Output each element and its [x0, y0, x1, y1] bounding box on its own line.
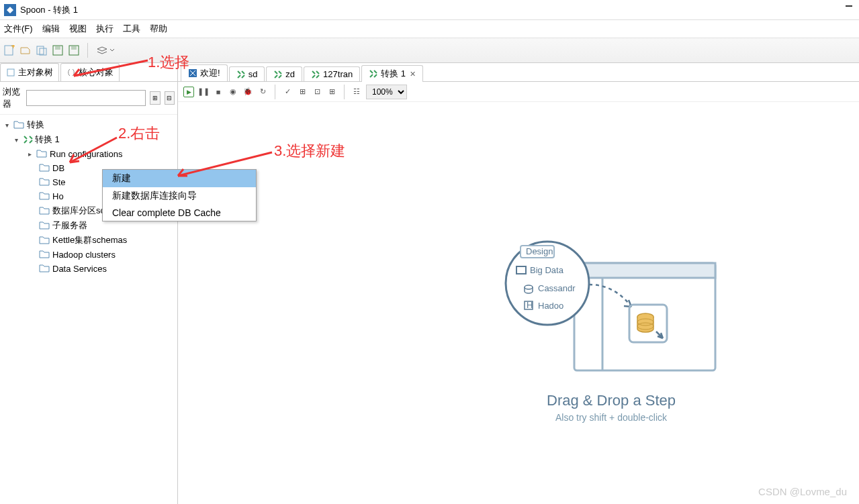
close-icon[interactable]: ✕ — [410, 70, 416, 79]
left-panel-tabs: 主对象树 核心对象 — [0, 63, 177, 82]
tab-welcome[interactable]: 欢迎! — [181, 64, 228, 81]
trans-tab-icon — [311, 70, 320, 79]
pause-icon[interactable]: ❚❚ — [198, 87, 209, 97]
minimize-icon[interactable] — [846, 5, 852, 7]
tab-zd-label: zd — [285, 69, 295, 79]
content-area: 主对象树 核心对象 浏览器 ⊞ ⊟ ▾ 转换 ▾ — [0, 63, 859, 504]
caret-right-icon[interactable]: ▸ — [26, 150, 34, 158]
collapse-all-icon[interactable]: ⊟ — [165, 91, 175, 105]
sql-icon[interactable]: ⊡ — [312, 87, 322, 97]
illu-subtitle: Also try shift + double-click — [440, 412, 782, 423]
caret-down-icon[interactable]: ▾ — [3, 121, 11, 129]
menubar: 文件(F) 编辑 视图 执行 工具 帮助 — [0, 20, 859, 38]
main-toolbar: + — [0, 38, 859, 63]
tree-hadoop-label: Hadoop clusters — [52, 250, 116, 260]
menu-file[interactable]: 文件(F) — [4, 23, 33, 35]
tab-main-tree[interactable]: 主对象树 — [0, 63, 59, 81]
tab-127tran-label: 127tran — [323, 69, 353, 79]
preview-icon[interactable]: ◉ — [228, 87, 238, 97]
menu-help[interactable]: 帮助 — [150, 23, 167, 35]
tree-cluster[interactable]: Kettle集群schemas — [0, 233, 177, 248]
explore-db-icon[interactable]: ⊞ — [326, 87, 337, 97]
svg-rect-2 — [37, 46, 44, 54]
tree-trans1-label: 转换 1 — [35, 134, 60, 146]
folder-icon — [39, 177, 50, 188]
tree-runconfig-label: Run configurations — [50, 149, 122, 159]
illu-title: Drag & Drop a Step — [440, 392, 782, 409]
trans-tab-icon — [236, 70, 246, 79]
tab-core-objects-label: 核心对象 — [79, 66, 114, 79]
tree-root[interactable]: ▾ 转换 — [0, 117, 177, 132]
app-icon — [4, 4, 16, 16]
impact-icon[interactable]: ⊞ — [297, 87, 308, 97]
tree-cluster-label: Kettle集群schemas — [52, 234, 127, 246]
tab-core-objects[interactable]: 核心对象 — [60, 63, 120, 81]
tree-slave-label: 子服务器 — [52, 219, 87, 232]
tab-zd[interactable]: zd — [266, 66, 302, 81]
context-clearcache[interactable]: Clear complete DB Cache — [103, 205, 256, 221]
folder-icon — [39, 249, 50, 260]
new-icon[interactable]: + — [4, 45, 15, 56]
stop-icon[interactable]: ■ — [213, 87, 224, 97]
menu-run[interactable]: 执行 — [96, 23, 114, 35]
tree-hadoop[interactable]: Hadoop clusters — [0, 248, 177, 262]
trans-tab-icon — [273, 70, 283, 79]
search-input[interactable] — [26, 90, 146, 106]
tree-root-label: 转换 — [27, 119, 44, 131]
svg-rect-8 — [7, 69, 14, 76]
transformation-icon — [23, 135, 32, 144]
svg-text:Design: Design — [526, 246, 553, 256]
perspective-icon[interactable] — [96, 45, 115, 56]
expand-all-icon[interactable]: ⊞ — [150, 91, 160, 105]
canvas-toolbar: ▶ ❚❚ ■ ◉ 🐞 ↻ ✓ ⊞ ⊡ ⊞ ☷ 100% — [178, 82, 859, 102]
svg-text:Hadoo: Hadoo — [538, 301, 563, 311]
window-title: Spoon - 转换 1 — [20, 4, 78, 16]
folder-icon — [39, 162, 50, 174]
explore-icon[interactable] — [36, 45, 47, 56]
saveas-icon[interactable] — [69, 45, 79, 56]
menu-tools[interactable]: 工具 — [123, 23, 140, 35]
tab-127tran[interactable]: 127tran — [304, 66, 360, 81]
toolbar-sep — [87, 43, 88, 58]
tab-trans1-label: 转换 1 — [381, 68, 406, 80]
folder-icon — [36, 148, 47, 160]
right-panel: 欢迎! sd zd 127tran 转换 1 ✕ ▶ ❚❚ ■ — [178, 63, 859, 504]
svg-text:Cassandr: Cassandr — [538, 283, 576, 293]
context-wizard[interactable]: 新建数据库连接向导 — [103, 187, 256, 205]
canvas-area[interactable]: Design Big Data Cassandr H Hadoo — [178, 102, 859, 504]
browser-row: 浏览器 ⊞ ⊟ — [0, 82, 177, 115]
context-new[interactable]: 新建 — [103, 170, 256, 187]
tree-dataservices[interactable]: Data Services — [0, 262, 177, 276]
tab-sd[interactable]: sd — [229, 66, 265, 81]
open-icon[interactable] — [20, 45, 31, 56]
toolbar-sep — [344, 85, 345, 99]
svg-text:H: H — [527, 300, 533, 310]
tab-sd-label: sd — [248, 69, 258, 79]
run-icon[interactable]: ▶ — [183, 87, 194, 97]
tree-runconfig[interactable]: ▸ Run configurations — [0, 147, 177, 161]
replay-icon[interactable]: ↻ — [257, 87, 268, 97]
caret-down-icon[interactable]: ▾ — [12, 136, 20, 144]
toolbar-sep — [275, 85, 275, 99]
editor-tabs: 欢迎! sd zd 127tran 转换 1 ✕ — [178, 63, 859, 82]
tree-steps-label: Ste — [52, 177, 66, 187]
debug-icon[interactable]: 🐞 — [242, 87, 253, 97]
trans-tab-icon — [369, 69, 378, 79]
watermark: CSDN @Lovme_du — [758, 486, 847, 497]
tree-hops-label: Ho — [52, 191, 64, 201]
folder-icon — [39, 235, 50, 246]
svg-rect-11 — [574, 263, 715, 278]
verify-icon[interactable]: ✓ — [282, 87, 293, 97]
browser-label: 浏览器 — [3, 86, 22, 110]
save-icon[interactable] — [52, 45, 63, 56]
tab-main-tree-label: 主对象树 — [18, 66, 53, 79]
tree-db-label: DB — [52, 163, 64, 173]
folder-icon — [39, 205, 50, 217]
titlebar: Spoon - 转换 1 — [0, 0, 859, 20]
menu-view[interactable]: 视图 — [69, 23, 87, 35]
tab-trans1[interactable]: 转换 1 ✕ — [361, 65, 423, 82]
menu-edit[interactable]: 编辑 — [42, 23, 60, 35]
tree-trans1[interactable]: ▾ 转换 1 — [0, 132, 177, 147]
show-results-icon[interactable]: ☷ — [351, 87, 362, 97]
zoom-select[interactable]: 100% — [366, 85, 407, 99]
